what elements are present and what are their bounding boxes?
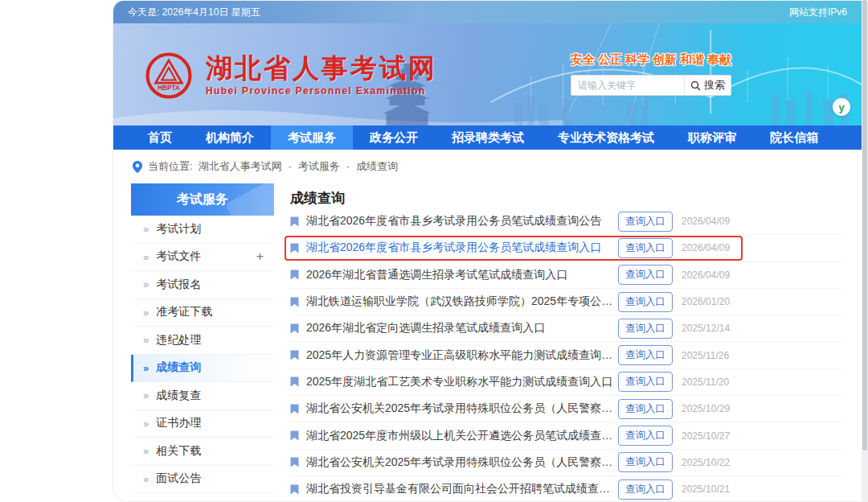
- item-date: 2025/11/26: [682, 350, 731, 361]
- query-entry-button[interactable]: 查询入口: [618, 399, 673, 419]
- bookmark-icon: [290, 216, 299, 227]
- item-date: 2025/10/22: [682, 457, 731, 468]
- breadcrumb-link[interactable]: 考试服务: [282, 159, 340, 174]
- item-title-link[interactable]: 湖北省公安机关2025年考试录用特殊职位公务员（人民警察）专业技能测试成绩查询入…: [306, 455, 618, 470]
- item-title-link[interactable]: 湖北省2026年度省市县乡考试录用公务员笔试成绩查询公告: [306, 214, 618, 228]
- query-entry-button[interactable]: 查询入口: [618, 345, 673, 365]
- sidebar-title: 考试服务: [131, 183, 274, 216]
- item-title-link[interactable]: 2026年湖北省定向选调生招录笔试成绩查询入口: [306, 321, 618, 335]
- query-entry-button[interactable]: 查询入口: [618, 372, 673, 392]
- sidebar-item[interactable]: » 准考证下载: [131, 299, 274, 327]
- item-date: 2026/01/20: [682, 296, 731, 307]
- search-button[interactable]: 搜索: [684, 76, 731, 95]
- sidebar-item[interactable]: » 成绩复查: [131, 382, 274, 410]
- sidebar-item-label: 准考证下载: [156, 305, 212, 319]
- search-icon: [690, 80, 701, 91]
- item-title-link[interactable]: 湖北省投资引导基金有限公司面向社会公开招聘笔试成绩查询公告: [306, 482, 618, 496]
- browser-scrollbar[interactable]: [862, 0, 868, 502]
- search-input[interactable]: [571, 76, 684, 95]
- nav-item[interactable]: 机构简介: [189, 126, 271, 150]
- item-date: 2026/04/09: [682, 242, 731, 253]
- search-button-label: 搜索: [704, 78, 725, 93]
- sidebar-item[interactable]: » 成绩查询: [131, 355, 274, 383]
- bookmark-icon: [290, 430, 299, 441]
- bookmark-icon: [290, 376, 299, 387]
- accessibility-widget-icon[interactable]: y: [833, 98, 850, 116]
- query-entry-button[interactable]: 查询入口: [618, 479, 673, 500]
- bookmark-icon: [290, 404, 299, 414]
- query-entry-button[interactable]: 查询入口: [618, 238, 673, 258]
- item-title-link[interactable]: 湖北省公安机关2025年考试录用特殊职位公务员（人民警察）笔试成绩查询入口: [306, 401, 618, 416]
- sidebar-item[interactable]: » 面试公告: [131, 466, 274, 494]
- bookmark-icon: [290, 323, 299, 334]
- slogan-word: 公正: [598, 52, 622, 68]
- list-item: 湖北省公安机关2025年考试录用特殊职位公务员（人民警察）专业技能测试成绩查询入…: [290, 450, 844, 476]
- expand-plus-icon[interactable]: +: [256, 249, 264, 264]
- breadcrumb-link[interactable]: 湖北省人事考试网: [199, 159, 282, 174]
- nav-item[interactable]: 专业技术资格考试: [541, 126, 671, 150]
- chevron-right-icon: »: [143, 445, 149, 457]
- slogan-word: 科学: [625, 52, 649, 68]
- chevron-right-icon: »: [143, 251, 149, 263]
- slogan: 安全公正科学创新和谐奉献: [571, 52, 731, 68]
- nav-item[interactable]: 招录聘类考试: [435, 126, 541, 150]
- sidebar-item-label: 考试文件: [156, 249, 201, 264]
- bookmark-icon: [290, 270, 299, 280]
- item-title-link[interactable]: 湖北省2026年度省市县乡考试录用公务员笔试成绩查询入口: [306, 241, 618, 255]
- bookmark-icon: [290, 297, 299, 307]
- ipv6-support-label: 网站支持IPv6: [789, 6, 847, 19]
- nav-item[interactable]: 院长信箱: [753, 126, 835, 150]
- breadcrumb-link[interactable]: 成绩查询: [340, 159, 398, 174]
- scrollbar-thumb[interactable]: [862, 0, 867, 451]
- site-logo-group[interactable]: HBPTA 湖北省人事考试网 Hubei Province Personnel …: [144, 51, 437, 101]
- chevron-right-icon: »: [143, 389, 149, 401]
- query-entry-button[interactable]: 查询入口: [618, 319, 673, 339]
- bookmark-icon: [290, 350, 299, 360]
- main-panel: 成绩查询 湖北省2026年度省市县乡考试录用公务员笔试成绩查询公告 查询入口: [290, 183, 844, 502]
- chevron-right-icon: »: [143, 362, 149, 374]
- item-title-link[interactable]: 湖北铁道运输职业学院（武汉铁路技师学院）2025年专项公开招聘工作人员成绩查询入…: [306, 294, 618, 309]
- chevron-right-icon: »: [143, 278, 149, 290]
- item-title-link[interactable]: 湖北省2025年度市州级以上机关公开遴选公务员笔试成绩查询入口: [306, 429, 618, 443]
- slogan-word: 和谐: [680, 52, 704, 68]
- sidebar-item-label: 成绩复查: [156, 389, 201, 403]
- item-date: 2025/10/29: [682, 403, 731, 414]
- query-entry-button[interactable]: 查询入口: [618, 426, 673, 446]
- page-title: 成绩查询: [290, 189, 844, 208]
- sidebar-item[interactable]: » 考试文件 +: [131, 244, 274, 272]
- nav-item[interactable]: 首页: [131, 126, 189, 150]
- sidebar-item[interactable]: » 证书办理: [131, 410, 274, 438]
- nav-item[interactable]: 职称评审: [671, 126, 753, 150]
- hbpta-emblem-icon: HBPTA: [144, 51, 194, 101]
- item-title-link[interactable]: 2025年度湖北省工艺美术专业职称水平能力测试成绩查询入口: [306, 375, 618, 389]
- chevron-right-icon: »: [143, 473, 149, 485]
- nav-item[interactable]: 考试服务: [271, 126, 353, 150]
- nav-item[interactable]: 政务公开: [353, 126, 435, 150]
- query-entry-button[interactable]: 查询入口: [618, 452, 673, 472]
- item-title-link[interactable]: 2026年湖北省普通选调生招录考试笔试成绩查询入口: [306, 268, 618, 282]
- top-utility-bar: 今天是: 2026年4月10日 星期五 网站支持IPv6: [113, 1, 862, 23]
- site-window: 今天是: 2026年4月10日 星期五 网站支持IPv6: [113, 0, 862, 502]
- sidebar-item-label: 违纪处理: [156, 333, 201, 348]
- sidebar-item[interactable]: » 相关下载: [131, 438, 274, 466]
- query-entry-button[interactable]: 查询入口: [618, 292, 673, 312]
- item-date: 2025/11/20: [682, 376, 731, 388]
- sidebar-item[interactable]: » 考试计划: [131, 216, 274, 244]
- query-entry-button[interactable]: 查询入口: [618, 265, 673, 285]
- item-date: 2026/04/09: [682, 216, 731, 227]
- site-name-english: Hubei Province Personnel Examination: [206, 85, 437, 97]
- query-entry-button[interactable]: 查询入口: [618, 212, 673, 232]
- site-banner: HBPTA 湖北省人事考试网 Hubei Province Personnel …: [113, 23, 862, 126]
- list-item: 湖北省2026年度省市县乡考试录用公务员笔试成绩查询入口 查询入口 2026/0…: [290, 235, 844, 261]
- site-search: 搜索: [571, 75, 731, 96]
- sidebar-item[interactable]: » 考试报名: [131, 271, 274, 299]
- sidebar: 考试服务 » 考试计划 » 考试文件 +: [131, 183, 274, 493]
- item-title-link[interactable]: 2025年人力资源管理专业正高级职称水平能力测试成绩查询入口: [306, 348, 618, 363]
- sidebar-item-label: 证书办理: [156, 416, 201, 430]
- main-nav: 首页 机构简介 考试服务 政务公开 招录聘类考试 专业技术资格考试 职称评审 院…: [113, 126, 862, 150]
- sidebar-item-label: 相关下载: [156, 444, 201, 459]
- item-date: 2026/04/09: [682, 270, 731, 281]
- bookmark-icon: [290, 243, 299, 253]
- sidebar-item[interactable]: » 违纪处理: [131, 327, 274, 355]
- breadcrumb: 当前位置: 湖北省人事考试网考试服务成绩查询: [113, 150, 862, 183]
